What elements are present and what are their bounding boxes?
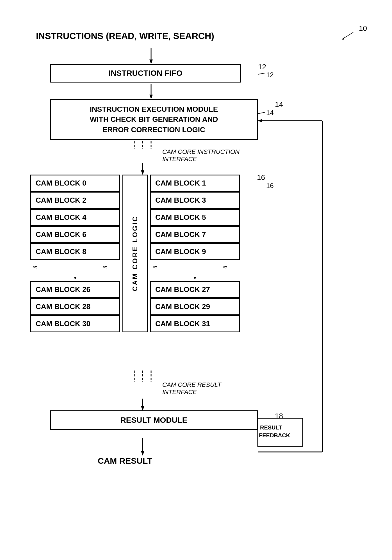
cam-block-2: CAM BLOCK 2	[30, 192, 120, 209]
cam-block-4: CAM BLOCK 4	[30, 209, 120, 226]
fifo-box: INSTRUCTION FIFO	[50, 64, 241, 83]
svg-line-4	[258, 73, 265, 74]
cam-core-logic-text: CAM CORE LOGIC	[131, 216, 139, 291]
svg-marker-16	[141, 170, 144, 175]
dot-right: •	[150, 274, 240, 281]
exec-box: INSTRUCTION EXECUTION MODULE WITH CHECK …	[50, 99, 258, 140]
cam-block-6: CAM BLOCK 6	[30, 226, 120, 243]
cam-block-7: CAM BLOCK 7	[150, 226, 240, 243]
cam-blocks-left: CAM BLOCK 0 CAM BLOCK 2 CAM BLOCK 4 CAM …	[30, 175, 120, 332]
svg-rect-24	[258, 418, 303, 446]
svg-line-7	[258, 112, 265, 114]
cam-result-label: CAM RESULT	[98, 456, 152, 465]
ref-10-label: 10	[359, 24, 367, 33]
cam-block-1: CAM BLOCK 1	[150, 175, 240, 192]
ref-12-label: 12	[266, 71, 274, 79]
squiggle-right: ≈ ≈	[150, 260, 240, 274]
cam-core-logic-box: CAM CORE LOGIC	[122, 175, 148, 332]
svg-line-0	[342, 32, 353, 39]
dot-left: •	[30, 274, 120, 281]
cam-block-31: CAM BLOCK 31	[150, 315, 240, 332]
cam-core-result-interface: CAM CORE RESULTINTERFACE	[162, 381, 221, 396]
svg-marker-21	[141, 406, 144, 411]
cam-block-3: CAM BLOCK 3	[150, 192, 240, 209]
ref-14-label: 14	[266, 109, 274, 116]
cam-block-27: CAM BLOCK 27	[150, 281, 240, 298]
squiggle-left: ≈ ≈	[30, 260, 120, 274]
cam-block-5: CAM BLOCK 5	[150, 209, 240, 226]
cam-block-26: CAM BLOCK 26	[30, 281, 120, 298]
ref-12: 12	[258, 63, 266, 71]
ref-16: 16	[257, 173, 265, 182]
result-feedback-label2: FEEDBACK	[259, 432, 290, 438]
svg-marker-11	[258, 119, 262, 122]
cam-block-8: CAM BLOCK 8	[30, 243, 120, 260]
cam-block-0: CAM BLOCK 0	[30, 175, 120, 192]
svg-marker-3	[149, 60, 153, 64]
cam-blocks-right: CAM BLOCK 1 CAM BLOCK 3 CAM BLOCK 5 CAM …	[150, 175, 240, 332]
cam-block-29: CAM BLOCK 29	[150, 298, 240, 315]
ref-16-label: 16	[266, 182, 274, 189]
svg-marker-6	[149, 95, 153, 99]
instructions-label: INSTRUCTIONS (READ, WRITE, SEARCH)	[36, 31, 214, 41]
cam-core-instruction-interface: CAM CORE INSTRUCTIONINTERFACE	[162, 148, 240, 163]
cam-block-28: CAM BLOCK 28	[30, 298, 120, 315]
ref-18-label: 18	[266, 420, 274, 428]
ref-14: 14	[275, 100, 283, 109]
cam-block-9: CAM BLOCK 9	[150, 243, 240, 260]
cam-block-30: CAM BLOCK 30	[30, 315, 120, 332]
result-module-box: RESULT MODULE	[50, 410, 258, 430]
ref-18: 18	[275, 412, 283, 420]
svg-marker-1	[342, 36, 345, 40]
result-feedback-label: RESULT	[260, 424, 282, 431]
svg-marker-23	[141, 451, 144, 456]
